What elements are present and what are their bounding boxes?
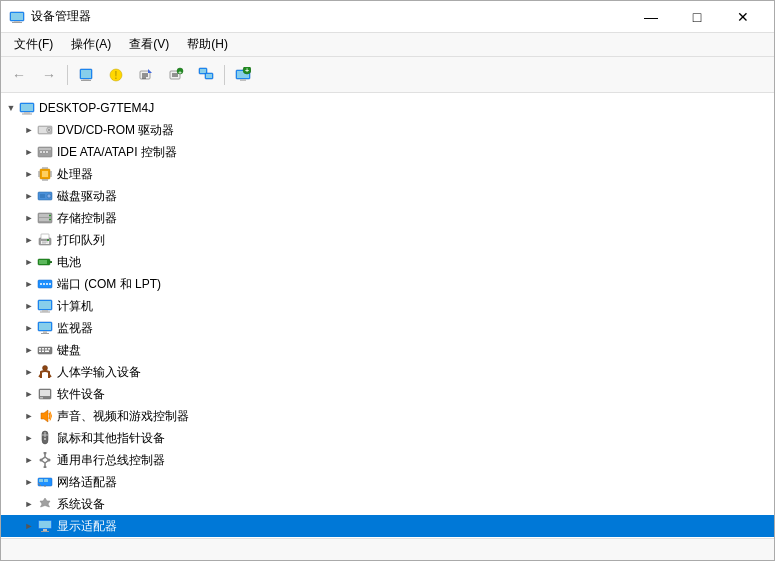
svg-point-105 xyxy=(44,452,47,455)
toolbar-btn-2[interactable]: ! xyxy=(102,61,130,89)
tree-item-system[interactable]: ► 系统设备 xyxy=(1,493,774,515)
keyboard-toggle[interactable]: ► xyxy=(21,342,37,358)
svg-rect-88 xyxy=(39,348,41,350)
human-toggle[interactable]: ► xyxy=(21,364,37,380)
maximize-button[interactable]: □ xyxy=(674,1,720,33)
monitor-label: 监视器 xyxy=(57,320,93,337)
serial-label: 通用串行总线控制器 xyxy=(57,452,165,469)
svg-rect-43 xyxy=(42,171,48,177)
title-bar: 设备管理器 — □ ✕ xyxy=(1,1,774,33)
display-toggle[interactable]: ► xyxy=(21,518,37,534)
close-button[interactable]: ✕ xyxy=(720,1,766,33)
cpu-icon xyxy=(37,166,53,182)
svg-rect-3 xyxy=(12,22,22,23)
storage-label: 存储控制器 xyxy=(57,210,117,227)
title-text: 设备管理器 xyxy=(31,8,91,25)
toolbar-btn-6[interactable]: + xyxy=(229,61,257,89)
cpu-toggle[interactable]: ► xyxy=(21,166,37,182)
tree-item-mouse[interactable]: ► 鼠标和其他指针设备 xyxy=(1,427,774,449)
tree-item-network[interactable]: ► 网络适配器 xyxy=(1,471,774,493)
tree-item-keyboard[interactable]: ► 键盘 xyxy=(1,339,774,361)
svg-rect-30 xyxy=(21,104,33,111)
svg-marker-101 xyxy=(41,410,48,422)
device-tree[interactable]: ▼ DESKTOP-G7TEM4J ► xyxy=(1,93,774,538)
storage-toggle[interactable]: ► xyxy=(21,210,37,226)
tree-item-display[interactable]: ► 显示适配器 xyxy=(1,515,774,537)
storage-icon xyxy=(37,210,53,226)
svg-point-57 xyxy=(47,194,51,198)
tree-item-dvd[interactable]: ► DVD/CD-ROM 驱动器 xyxy=(1,119,774,141)
disk-icon xyxy=(37,188,53,204)
menu-help[interactable]: 帮助(H) xyxy=(178,33,237,56)
disk-label: 磁盘驱动器 xyxy=(57,188,117,205)
svg-point-104 xyxy=(44,438,46,440)
software-toggle[interactable]: ► xyxy=(21,386,37,402)
svg-rect-81 xyxy=(42,310,48,312)
minimize-button[interactable]: — xyxy=(628,1,674,33)
tree-item-storage[interactable]: ► 存储控制器 xyxy=(1,207,774,229)
ide-label: IDE ATA/ATAPI 控制器 xyxy=(57,144,177,161)
software-label: 软件设备 xyxy=(57,386,105,403)
tree-item-sound[interactable]: ► 声音、视频和游戏控制器 xyxy=(1,405,774,427)
tree-item-port[interactable]: ► 端口 (COM 和 LPT) xyxy=(1,273,774,295)
tree-item-computer[interactable]: ► 计算机 xyxy=(1,295,774,317)
tree-item-battery[interactable]: ► 电池 xyxy=(1,251,774,273)
serial-toggle[interactable]: ► xyxy=(21,452,37,468)
svg-rect-1 xyxy=(11,13,23,20)
svg-rect-89 xyxy=(42,348,44,350)
computer-toggle[interactable]: ► xyxy=(21,298,37,314)
svg-rect-21 xyxy=(200,69,206,73)
svg-rect-5 xyxy=(81,70,91,78)
print-toggle[interactable]: ► xyxy=(21,232,37,248)
tree-item-disk[interactable]: ► 磁盘驱动器 xyxy=(1,185,774,207)
svg-rect-91 xyxy=(48,348,50,350)
monitor-toggle[interactable]: ► xyxy=(21,320,37,336)
toolbar-btn-1[interactable] xyxy=(72,61,100,89)
svg-rect-110 xyxy=(39,479,43,482)
tree-item-software[interactable]: ► 软件设备 xyxy=(1,383,774,405)
system-toggle[interactable]: ► xyxy=(21,496,37,512)
svg-rect-38 xyxy=(39,148,51,150)
network-toggle[interactable]: ► xyxy=(21,474,37,490)
menu-view[interactable]: 查看(V) xyxy=(120,33,178,56)
svg-text:+: + xyxy=(178,68,182,74)
forward-button[interactable]: → xyxy=(35,61,63,89)
tree-root[interactable]: ▼ DESKTOP-G7TEM4J xyxy=(1,97,774,119)
svg-rect-93 xyxy=(42,351,44,353)
print-label: 打印队列 xyxy=(57,232,105,249)
dvd-toggle[interactable]: ► xyxy=(21,122,37,138)
svg-point-64 xyxy=(49,219,51,221)
tree-item-ide[interactable]: ► IDE ATA/ATAPI 控制器 xyxy=(1,141,774,163)
toolbar-btn-5[interactable] xyxy=(192,61,220,89)
computer-label: 计算机 xyxy=(57,298,93,315)
svg-point-107 xyxy=(48,459,51,462)
svg-rect-92 xyxy=(39,351,41,353)
menu-file[interactable]: 文件(F) xyxy=(5,33,62,56)
battery-icon xyxy=(37,254,53,270)
battery-toggle[interactable]: ► xyxy=(21,254,37,270)
root-toggle[interactable]: ▼ xyxy=(3,100,19,116)
svg-point-77 xyxy=(46,283,48,285)
toolbar-btn-4[interactable]: + xyxy=(162,61,190,89)
tree-item-print[interactable]: ► 打印队列 xyxy=(1,229,774,251)
ide-toggle[interactable]: ► xyxy=(21,144,37,160)
tree-item-serial[interactable]: ► 通用串行总线控制器 xyxy=(1,449,774,471)
tree-item-monitor[interactable]: ► 监视器 xyxy=(1,317,774,339)
tree-item-human[interactable]: ► 人体学输入设备 xyxy=(1,361,774,383)
disk-toggle[interactable]: ► xyxy=(21,188,37,204)
back-button[interactable]: ← xyxy=(5,61,33,89)
human-label: 人体学输入设备 xyxy=(57,364,141,381)
sound-toggle[interactable]: ► xyxy=(21,408,37,424)
title-bar-left: 设备管理器 xyxy=(9,8,91,25)
svg-rect-99 xyxy=(40,390,50,396)
svg-rect-117 xyxy=(41,531,49,532)
toolbar-btn-3[interactable] xyxy=(132,61,160,89)
network-icon xyxy=(37,474,53,490)
menu-action[interactable]: 操作(A) xyxy=(62,33,120,56)
svg-rect-85 xyxy=(43,331,47,333)
tree-item-cpu[interactable]: ► xyxy=(1,163,774,185)
mouse-toggle[interactable]: ► xyxy=(21,430,37,446)
port-toggle[interactable]: ► xyxy=(21,276,37,292)
svg-point-95 xyxy=(43,366,48,371)
svg-point-76 xyxy=(43,283,45,285)
